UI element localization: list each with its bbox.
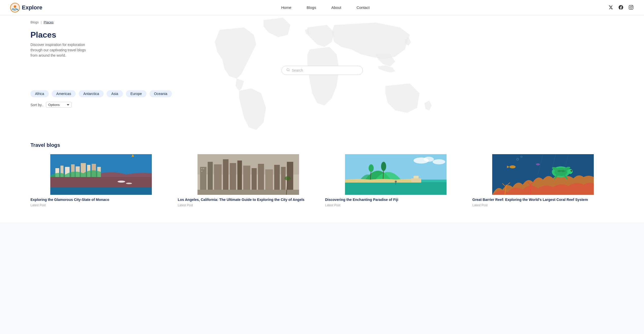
svg-rect-46	[411, 178, 421, 182]
svg-point-49	[424, 157, 434, 162]
blog-card-image-monaco	[30, 154, 172, 195]
travel-blogs-section: Travel blogs	[0, 137, 644, 222]
blog-card-monaco[interactable]: Exploring the Glamorous City-State of Mo…	[30, 154, 172, 207]
breadcrumb-blogs[interactable]: Blogs	[30, 20, 39, 24]
blog-card-label-fiji: Latest Post	[325, 203, 466, 207]
svg-point-17	[126, 183, 132, 184]
blog-card-title-la: Los Angeles, California: The Ultimate Gu…	[178, 197, 319, 202]
search-input[interactable]	[292, 68, 358, 72]
nav-contact[interactable]: Contact	[356, 5, 370, 10]
main-nav: Home Blogs About Contact	[281, 5, 370, 10]
filter-europe[interactable]: Europe	[126, 90, 146, 97]
svg-point-3	[287, 69, 289, 71]
filter-section: Africa Americas Antarctica Asia Europe O…	[0, 90, 644, 97]
blog-card-reef[interactable]: Great Barrier Reef: Exploring the World'…	[472, 154, 614, 207]
header: Explore Home Blogs About Contact	[0, 0, 644, 15]
filter-antarctica[interactable]: Antarctica	[79, 90, 104, 97]
blog-card-title-reef: Great Barrier Reef: Exploring the World'…	[472, 197, 614, 202]
filter-africa[interactable]: Africa	[30, 90, 49, 97]
breadcrumb-places[interactable]: Places	[44, 20, 54, 24]
filter-oceania[interactable]: Oceania	[150, 90, 172, 97]
svg-rect-25	[237, 161, 242, 195]
blog-card-la[interactable]: Los Angeles, California: The Ultimate Gu…	[178, 154, 319, 207]
svg-line-4	[289, 71, 289, 71]
blog-card-label-la: Latest Post	[178, 203, 319, 207]
svg-point-64	[571, 170, 572, 171]
svg-point-67	[536, 163, 540, 165]
breadcrumb: Blogs | Places	[0, 15, 644, 24]
travel-blogs-title: Travel blogs	[30, 142, 614, 148]
sort-label: Sort by..	[30, 103, 43, 107]
social-icons	[608, 5, 634, 10]
search-icon	[286, 68, 290, 73]
instagram-icon[interactable]	[629, 5, 634, 10]
nav-about[interactable]: About	[331, 5, 341, 10]
svg-rect-47	[414, 176, 419, 178]
blog-card-title-monaco: Exploring the Glamorous City-State of Mo…	[30, 197, 172, 202]
logo-icon	[10, 3, 20, 12]
logo-text: Explore	[22, 4, 42, 11]
svg-point-50	[433, 159, 445, 164]
svg-point-66	[509, 165, 516, 168]
blog-card-image-reef	[472, 154, 614, 195]
twitter-icon[interactable]	[608, 5, 614, 10]
blog-card-image-fiji	[325, 154, 466, 195]
svg-rect-34	[203, 168, 204, 169]
svg-point-43	[369, 164, 374, 172]
logo-link[interactable]: Explore	[10, 3, 42, 12]
svg-point-2	[14, 5, 16, 8]
blog-card-label-monaco: Latest Post	[30, 203, 172, 207]
svg-rect-35	[201, 171, 202, 172]
blog-card-label-reef: Latest Post	[472, 203, 614, 207]
filter-americas[interactable]: Americas	[52, 90, 76, 97]
svg-rect-33	[201, 168, 202, 169]
svg-point-65	[571, 170, 572, 171]
svg-rect-23	[223, 159, 228, 195]
sort-section: Sort by.. Options Latest First Oldest Fi…	[0, 97, 644, 112]
hero-section: Blogs | Places Places Discover inspirati…	[0, 15, 644, 137]
page-title: Places	[30, 30, 614, 40]
page-subtitle: Discover inspiration for exploration thr…	[30, 42, 91, 58]
svg-point-63	[568, 169, 573, 174]
hero-content: Places Discover inspiration for explorat…	[0, 24, 644, 58]
filter-asia[interactable]: Asia	[107, 90, 123, 97]
svg-point-51	[395, 181, 397, 183]
nav-home[interactable]: Home	[281, 5, 291, 10]
sort-select[interactable]: Options Latest First Oldest First A-Z Z-…	[46, 102, 72, 108]
breadcrumb-separator: |	[41, 20, 42, 24]
svg-rect-36	[197, 190, 299, 195]
search-container	[0, 66, 644, 75]
svg-point-38	[285, 176, 291, 180]
blog-card-image-la	[178, 154, 319, 195]
nav-blogs[interactable]: Blogs	[307, 5, 316, 10]
facebook-icon[interactable]	[619, 5, 624, 10]
svg-point-16	[118, 181, 125, 183]
blog-card-fiji[interactable]: Discovering the Enchanting Paradise of F…	[325, 154, 466, 207]
blog-card-title-fiji: Discovering the Enchanting Paradise of F…	[325, 197, 466, 202]
svg-point-45	[381, 162, 386, 171]
search-box	[282, 66, 363, 75]
blog-grid: Exploring the Glamorous City-State of Mo…	[30, 154, 614, 207]
